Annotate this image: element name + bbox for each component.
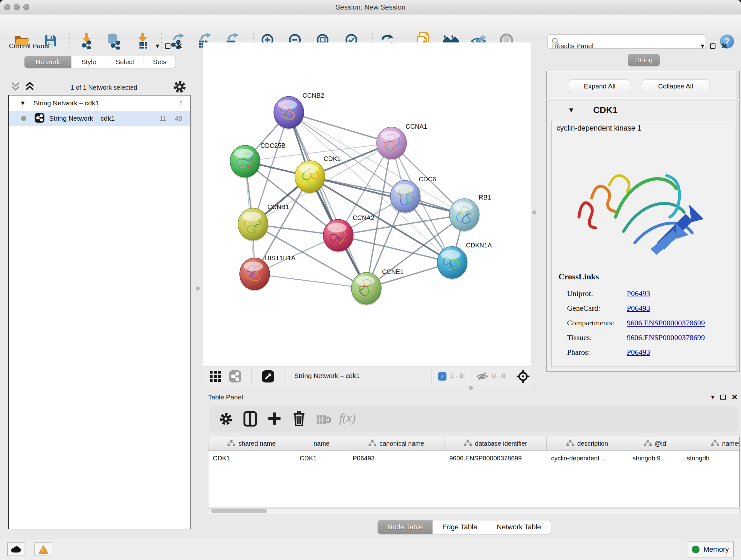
gene-section: ▼ CDK1 cyclin-dependent kinase 1 (546, 100, 740, 372)
node-RB1[interactable] (449, 199, 479, 232)
control-panel-title: Control Panel (9, 42, 50, 50)
results-panel-close-icon[interactable]: ✕ (721, 42, 728, 50)
import-network-database-button[interactable] (105, 32, 122, 51)
column-header-@id[interactable]: @id (628, 437, 682, 450)
network-collection-row[interactable]: ▼ String Network – cdk1 1 (9, 96, 190, 111)
table-hscrollbar-thumb[interactable] (211, 509, 267, 513)
grid-view-icon[interactable] (210, 371, 221, 383)
column-header-canonical-name[interactable]: canonical name (348, 437, 445, 450)
network-canvas[interactable]: CCNB2CCNA1CDC25BCDK1CDC6RB1CCNB1CCNA2CDK… (203, 43, 531, 367)
warning-status-button[interactable]: ! (35, 543, 52, 556)
results-scrollbar[interactable] (737, 71, 739, 372)
crosslink-link[interactable]: P06493 (627, 289, 650, 298)
edge-CDK1-RB1[interactable] (310, 177, 464, 214)
node-CCNE1[interactable] (351, 272, 381, 306)
node-CDC6[interactable] (390, 180, 420, 213)
gene-section-header[interactable]: ▼ CDK1 (547, 100, 739, 120)
column-header-namespace[interactable]: namespace (682, 437, 740, 450)
share-view-icon[interactable] (229, 370, 242, 384)
crosslink-row: Uniprot:P06493 (567, 286, 730, 301)
table-panel-close-icon[interactable]: ✕ (731, 393, 738, 401)
collapse-all-networks-icon[interactable] (11, 81, 20, 94)
table-cell[interactable]: 9606.ENSP00000378699 (445, 451, 547, 465)
column-type-icon (566, 440, 574, 448)
tab-select[interactable]: Select (106, 56, 144, 68)
clear-table-icon[interactable] (316, 415, 332, 426)
table-cell[interactable]: stringdb (682, 451, 740, 465)
network-graph[interactable]: CCNB2CCNA1CDC25BCDK1CDC6RB1CCNB1CCNA2CDK… (203, 43, 531, 367)
cloud-status-button[interactable] (7, 543, 25, 556)
control-panel-maximize-icon[interactable] (165, 44, 171, 49)
table-cell[interactable]: CDK1 (295, 451, 348, 465)
hidden-eye-slash-icon[interactable] (476, 372, 488, 382)
table-cell[interactable]: cyclin-dependent ... (547, 451, 628, 465)
node-label-CDC6: CDC6 (419, 176, 436, 183)
gene-details: cyclin-dependent kinase 1 CrossLinks Uni… (551, 121, 735, 367)
add-column-icon[interactable] (268, 412, 281, 427)
tab-string[interactable]: String (628, 54, 660, 66)
column-header-shared-name[interactable]: shared name (208, 437, 295, 450)
node-CDK1[interactable] (295, 161, 325, 194)
table-cell[interactable]: P06493 (348, 451, 445, 465)
tab-sets[interactable]: Sets (144, 56, 176, 68)
collection-count: 1 (179, 99, 183, 107)
collapse-all-button[interactable]: Collapse All (642, 79, 710, 93)
tree-caret-icon[interactable]: ▼ (20, 100, 26, 107)
column-header-name[interactable]: name (295, 437, 348, 450)
edge-HIST1H1A-CCNE1[interactable] (255, 274, 366, 288)
left-splitter-handle[interactable] (196, 287, 200, 291)
node-HIST1H1A[interactable] (240, 258, 270, 291)
tab-network-table[interactable]: Network Table (487, 520, 551, 534)
crosslink-row: Compartments:9606.ENSP00000378699 (567, 315, 730, 330)
node-CCNB2[interactable] (274, 97, 304, 130)
table-cell[interactable]: CDK1 (208, 451, 295, 465)
show-columns-icon[interactable] (244, 411, 257, 428)
table-hscrollbar[interactable] (208, 508, 740, 514)
tab-network[interactable]: Network (24, 56, 71, 68)
expand-all-networks-icon[interactable] (25, 81, 35, 94)
node-CCNA2[interactable] (323, 219, 353, 253)
crosslink-link[interactable]: P06493 (627, 304, 650, 313)
results-panel-maximize-icon[interactable] (710, 44, 716, 49)
control-panel-close-icon[interactable]: ✕ (176, 42, 183, 50)
table-panel-float-icon[interactable]: ▾ (711, 394, 715, 401)
table-settings-gear-icon[interactable] (219, 413, 232, 427)
network-row[interactable]: String Network – cdk1 11 48 (9, 111, 190, 126)
selected-checkbox-icon[interactable]: ✓ (438, 372, 447, 381)
control-panel-float-icon[interactable]: ▾ (156, 43, 159, 50)
crosslink-link[interactable]: 9606.ENSP00000378699 (627, 333, 705, 342)
column-header-description[interactable]: description (547, 437, 628, 450)
function-builder-icon[interactable]: f(x) (339, 411, 355, 425)
crosslink-link[interactable]: 9606.ENSP00000378699 (627, 319, 705, 327)
bottom-splitter-handle[interactable] (469, 386, 473, 390)
column-header-database-identifier[interactable]: database identifier (445, 437, 547, 450)
network-options-gear-icon[interactable] (173, 80, 186, 95)
tab-style[interactable]: Style (71, 56, 106, 68)
table-cell[interactable]: stringdb:9... (628, 451, 682, 465)
node-CDC25B[interactable] (230, 145, 260, 179)
import-table-file-button[interactable] (134, 33, 151, 51)
gene-caret-icon[interactable]: ▼ (568, 107, 575, 114)
node-label-CCNA2: CCNA2 (353, 214, 374, 221)
birds-eye-view-icon[interactable] (516, 369, 530, 385)
column-label: canonical name (380, 440, 424, 447)
node-label-CCNA1: CCNA1 (406, 123, 427, 130)
separator (431, 369, 431, 384)
edge-CCNB2-CCNA1[interactable] (289, 112, 392, 143)
expand-all-button[interactable]: Expand All (569, 79, 630, 93)
crosslink-link[interactable]: P06493 (627, 348, 650, 357)
open-in-new-window-icon[interactable] (262, 370, 274, 384)
tab-edge-table[interactable]: Edge Table (433, 520, 487, 534)
tab-node-table[interactable]: Node Table (378, 520, 433, 534)
right-splitter-handle[interactable] (532, 210, 536, 214)
memory-button[interactable]: Memory (687, 542, 734, 557)
import-network-file-button[interactable] (78, 33, 95, 51)
protein-structure-image (561, 137, 721, 268)
node-CCNA1[interactable] (377, 127, 407, 160)
node-CDKN1A[interactable] (437, 246, 467, 280)
node-CCNB1[interactable] (238, 208, 268, 241)
table-panel-maximize-icon[interactable] (720, 395, 726, 400)
results-panel-float-icon[interactable]: ▾ (701, 43, 704, 50)
delete-column-trash-icon[interactable] (293, 411, 306, 428)
edge-CCNB2-CCNE1[interactable] (289, 112, 366, 288)
